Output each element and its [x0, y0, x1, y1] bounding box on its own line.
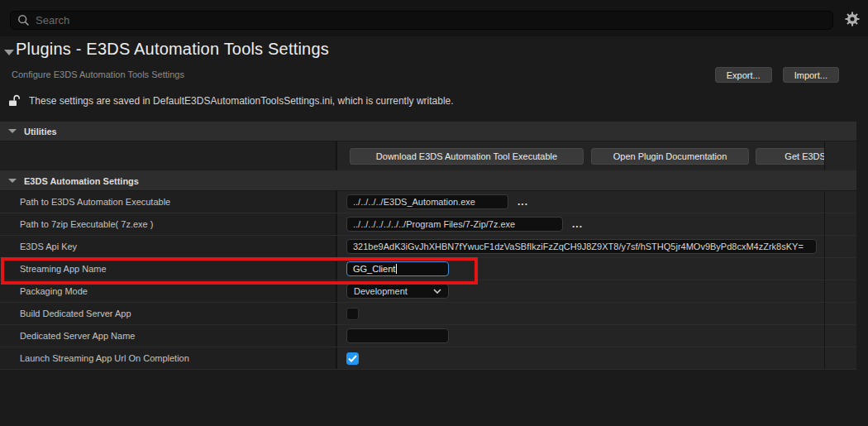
reset-column: [824, 236, 856, 257]
open-documentation-button[interactable]: Open Plugin Documentation: [591, 148, 749, 165]
row-automation-path: Path to E3DS Automation Executable ...: [0, 191, 856, 213]
download-executable-button[interactable]: Download E3DS Automation Tool Executable: [350, 148, 584, 165]
settings-table: Utilities Download E3DS Automation Tool …: [0, 122, 856, 370]
chevron-down-icon: [433, 289, 441, 294]
reset-column: [824, 303, 856, 324]
checkmark-icon: [348, 355, 357, 362]
reset-column: [824, 141, 856, 170]
row-launch-url: Launch Streaming App Url On Completion: [0, 347, 856, 370]
dedicated-server-name-input[interactable]: [346, 328, 449, 343]
header-actions: Export... Import...: [715, 67, 839, 83]
zip-path-input[interactable]: [346, 217, 563, 232]
api-key-input[interactable]: [346, 239, 817, 254]
get-api-key-button[interactable]: Get E3DS A: [756, 148, 824, 165]
row-label: Path to 7zip Executable( 7z.exe ): [0, 213, 337, 235]
browse-button[interactable]: ...: [515, 194, 531, 209]
reset-column: [824, 280, 856, 302]
row-label: Build Dedicated Server App: [0, 303, 337, 324]
search-icon: [17, 14, 30, 26]
browse-button[interactable]: ...: [570, 217, 585, 232]
unlocked-padlock-icon: [8, 94, 20, 107]
row-label: Launch Streaming App Url On Completion: [0, 347, 337, 369]
row-label: [0, 141, 337, 170]
reset-column: [824, 213, 856, 235]
gear-icon[interactable]: [844, 11, 861, 27]
streaming-app-name-input[interactable]: GG_Client: [346, 261, 449, 276]
streaming-app-name-value: GG_Client: [353, 264, 395, 274]
utilities-buttons-row: Download E3DS Automation Tool Executable…: [0, 141, 856, 171]
launch-url-checkbox[interactable]: [346, 352, 359, 365]
build-dedicated-server-checkbox[interactable]: [346, 308, 359, 320]
row-label: Path to E3DS Automation Executable: [0, 191, 337, 213]
row-zip-path: Path to 7zip Executable( 7z.exe ) ...: [0, 213, 856, 236]
row-streaming-app-name: Streaming App Name GG_Client: [0, 258, 856, 280]
top-toolbar: [0, 0, 868, 36]
notice-text: These settings are saved in DefaultE3DSA…: [29, 95, 454, 107]
row-label: E3DS Api Key: [0, 236, 337, 257]
import-button[interactable]: Import...: [783, 67, 839, 83]
search-input[interactable]: [36, 14, 826, 26]
automation-path-input[interactable]: [346, 194, 508, 209]
reset-column: [824, 325, 856, 347]
search-bar[interactable]: [10, 11, 833, 30]
page-subtitle: Configure E3DS Automation Tools Settings: [12, 69, 184, 79]
collapse-arrow-icon[interactable]: [4, 50, 14, 55]
row-dedicated-server-name: Dedicated Server App Name: [0, 325, 856, 347]
row-label: Dedicated Server App Name: [0, 325, 337, 347]
settings-window: Plugins - E3DS Automation Tools Settings…: [0, 0, 868, 426]
row-api-key: E3DS Api Key: [0, 236, 856, 258]
row-packaging-mode: Packaging Mode Development: [0, 280, 856, 303]
page-title: Plugins - E3DS Automation Tools Settings: [16, 40, 329, 59]
section-title: Utilities: [24, 127, 57, 136]
section-automation-settings[interactable]: E3DS Automation Settings: [0, 171, 856, 191]
reset-column: [824, 347, 856, 369]
row-label: Streaming App Name: [0, 258, 337, 280]
row-label: Packaging Mode: [0, 280, 337, 302]
reset-column: [824, 258, 856, 280]
text-caret: [396, 264, 397, 274]
row-build-dedicated-server: Build Dedicated Server App: [0, 303, 856, 325]
section-collapse-icon[interactable]: [8, 129, 17, 133]
section-collapse-icon[interactable]: [8, 179, 17, 183]
export-button[interactable]: Export...: [715, 67, 772, 83]
reset-column: [824, 191, 856, 213]
section-title: E3DS Automation Settings: [24, 176, 139, 186]
packaging-mode-dropdown[interactable]: Development: [346, 284, 449, 299]
packaging-mode-value: Development: [354, 286, 408, 296]
config-writable-notice: These settings are saved in DefaultE3DSA…: [8, 94, 454, 107]
section-utilities[interactable]: Utilities: [0, 122, 856, 141]
